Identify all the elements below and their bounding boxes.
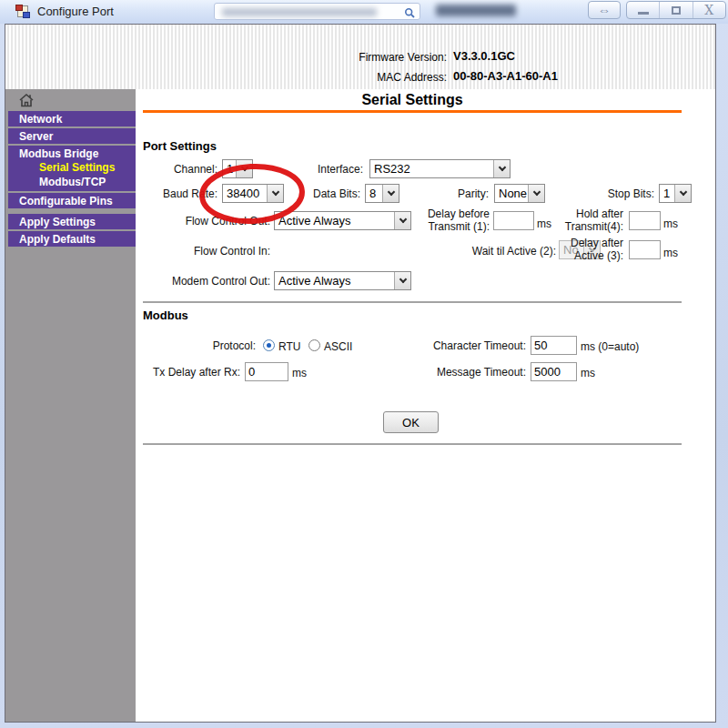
delay-before-transmit-label: Delay before Transmit (1): xyxy=(406,207,490,233)
app-content: Firmware Version: V3.3.0.1GC MAC Address… xyxy=(5,24,716,723)
chevron-down-icon xyxy=(267,185,283,202)
minimize-button[interactable] xyxy=(627,2,659,18)
sidebar-item-label: Configurable Pins xyxy=(19,195,113,207)
parity-label: Parity: xyxy=(424,187,489,200)
label-line: Hold after xyxy=(551,207,623,220)
channel-label: Channel: xyxy=(143,163,217,176)
delay-after-active-input[interactable] xyxy=(629,240,661,259)
channel-value: 1 xyxy=(223,160,236,177)
chevron-down-icon xyxy=(382,185,399,202)
sidebar-item-apply-defaults[interactable]: Apply Defaults xyxy=(8,231,136,247)
section-divider xyxy=(143,301,682,303)
hold-after-transmit-input[interactable] xyxy=(629,211,661,230)
chevron-down-icon xyxy=(674,185,691,202)
data-bits-value: 8 xyxy=(366,185,382,202)
modbus-heading: Modbus xyxy=(143,308,188,322)
character-timeout-input[interactable] xyxy=(531,336,577,355)
device-header: Firmware Version: V3.3.0.1GC MAC Address… xyxy=(5,25,715,89)
chevron-down-icon xyxy=(236,160,252,177)
flow-control-out-label: Flow Control Out: xyxy=(160,215,270,228)
baud-rate-value: 38400 xyxy=(223,185,267,202)
protocol-label: Protocol: xyxy=(178,339,256,352)
minimize-icon xyxy=(638,12,649,15)
protocol-ascii-radio[interactable] xyxy=(308,339,320,351)
wait-til-active-label: Wait til Active (2): xyxy=(451,245,556,258)
stop-bits-dropdown[interactable]: 1 xyxy=(659,184,692,203)
flip-window-button[interactable]: ⇔ xyxy=(588,1,621,19)
hold-after-transmit-label: Hold after Transmit(4): xyxy=(551,207,623,233)
sidebar-item-label: Apply Defaults xyxy=(19,233,96,246)
mac-address-label: MAC Address: xyxy=(238,71,447,84)
channel-dropdown[interactable]: 1 xyxy=(222,159,253,178)
home-icon xyxy=(18,93,35,112)
data-bits-dropdown[interactable]: 8 xyxy=(365,184,399,203)
sidebar-item-serial-settings[interactable]: Serial Settings xyxy=(19,160,136,175)
port-settings-heading: Port Settings xyxy=(143,139,217,153)
configure-port-window: Configure Port ⇔ X Firmware Version: V3.… xyxy=(0,0,728,728)
tx-delay-input[interactable] xyxy=(245,362,288,381)
character-timeout-unit: ms (0=auto) xyxy=(581,340,639,353)
baud-rate-dropdown[interactable]: 38400 xyxy=(222,184,284,203)
ok-button[interactable]: OK xyxy=(383,411,439,433)
data-bits-label: Data Bits: xyxy=(288,187,360,200)
app-icon-red-square xyxy=(15,5,23,11)
chevron-down-icon xyxy=(394,272,410,289)
label-line: Transmit(4): xyxy=(551,220,623,233)
delay-before-transmit-input[interactable] xyxy=(493,211,534,230)
baud-rate-label: Baud Rate: xyxy=(134,187,217,200)
chevron-down-icon xyxy=(528,185,544,202)
protocol-rtu-label: RTU xyxy=(278,340,300,353)
protocol-rtu-radio[interactable] xyxy=(263,339,275,351)
redacted-title-text xyxy=(436,5,516,16)
sidebar-item-label: Server xyxy=(19,130,53,143)
chevron-down-icon xyxy=(493,160,510,177)
close-button[interactable]: X xyxy=(693,2,725,18)
firmware-version-label: Firmware Version: xyxy=(238,51,447,64)
label-line: Transmit (1): xyxy=(406,220,490,233)
parity-dropdown[interactable]: None xyxy=(494,184,545,203)
interface-dropdown[interactable]: RS232 xyxy=(369,159,511,178)
tx-delay-unit: ms xyxy=(292,367,307,379)
title-rule xyxy=(143,110,682,113)
sidebar-item-modbus-tcp[interactable]: Modbus/TCP xyxy=(19,175,136,189)
sidebar-item-apply-settings[interactable]: Apply Settings xyxy=(8,214,136,229)
search-icon[interactable] xyxy=(404,6,416,23)
stop-bits-value: 1 xyxy=(660,185,674,202)
hold-after-unit: ms xyxy=(663,217,678,230)
app-icon-blue-square xyxy=(23,12,30,18)
bottom-divider xyxy=(143,443,682,445)
flow-control-out-value: Active Always xyxy=(275,212,394,229)
character-timeout-label: Character Timeout: xyxy=(406,339,526,352)
parity-value: None xyxy=(495,185,528,202)
flow-control-in-label: Flow Control In: xyxy=(160,245,270,258)
sidebar-item-server[interactable]: Server xyxy=(8,128,136,144)
modem-control-out-value: Active Always xyxy=(275,272,394,289)
close-icon: X xyxy=(704,4,713,16)
flow-control-out-dropdown[interactable]: Active Always xyxy=(274,211,411,230)
search-input[interactable] xyxy=(214,3,420,20)
sidebar-item-network[interactable]: Network xyxy=(8,111,136,126)
page-title: Serial Settings xyxy=(142,92,682,108)
label-line: Delay after xyxy=(551,237,623,249)
app-icon xyxy=(15,5,30,19)
protocol-ascii-label: ASCII xyxy=(324,340,352,353)
sidebar-item-label: Network xyxy=(19,113,62,126)
interface-label: Interface: xyxy=(278,163,363,176)
tx-delay-label: Tx Delay after Rx: xyxy=(143,366,240,379)
modem-control-out-dropdown[interactable]: Active Always xyxy=(274,271,411,290)
delay-after-active-label: Delay after Active (3): xyxy=(551,237,623,262)
maximize-icon xyxy=(672,6,681,15)
message-timeout-unit: ms xyxy=(581,367,595,379)
sidebar-item-modbus-bridge[interactable]: Modbus Bridge Serial Settings Modbus/TCP xyxy=(8,146,136,191)
message-timeout-input[interactable] xyxy=(531,362,577,381)
sidebar-item-configurable-pins[interactable]: Configurable Pins xyxy=(8,193,136,208)
interface-value: RS232 xyxy=(370,160,493,177)
maximize-button[interactable] xyxy=(659,2,692,18)
sidebar-item-home[interactable] xyxy=(8,92,136,110)
delay-after-unit: ms xyxy=(663,247,678,259)
sidebar-item-label: Apply Settings xyxy=(19,216,96,228)
delay-before-unit: ms xyxy=(537,217,551,230)
window-title: Configure Port xyxy=(37,5,114,18)
titlebar: Configure Port ⇔ X xyxy=(0,0,728,24)
label-line: Active (3): xyxy=(551,249,623,262)
